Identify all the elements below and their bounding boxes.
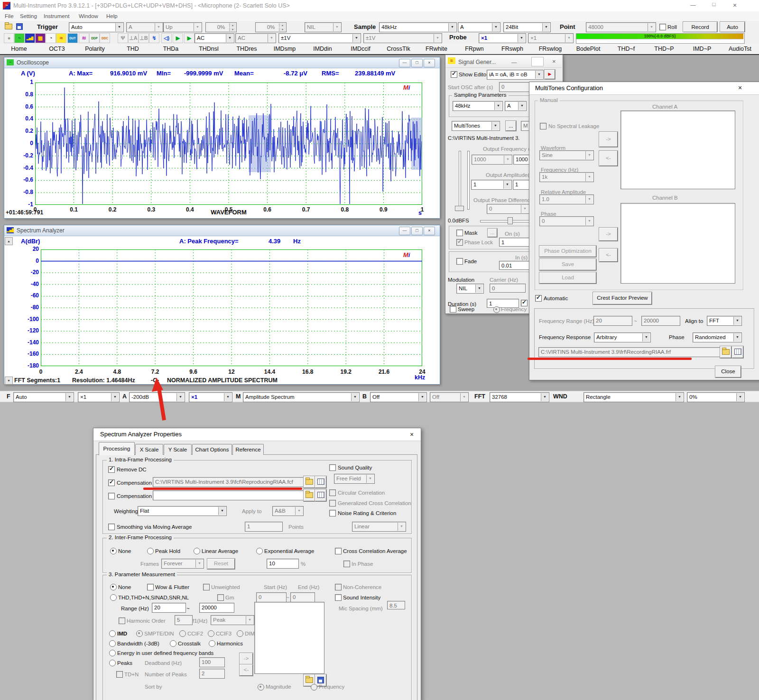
mask-checkbox[interactable] [456, 230, 463, 236]
smoothing-points-field[interactable]: 1 [245, 522, 283, 532]
bit-depth-select[interactable]: 24Bit [503, 22, 551, 32]
range-b-select[interactable]: ±1V [363, 33, 442, 43]
tab-reference[interactable]: Reference [232, 444, 264, 455]
multitones-titlebar[interactable]: MultiTones Configuration [529, 82, 759, 95]
spectrum-analyzer-icon[interactable]: ▂▅█ [25, 33, 35, 43]
waveform-select[interactable]: Sine [539, 150, 594, 160]
menu-help[interactable]: Help [106, 13, 118, 19]
tab-crosstlk[interactable]: CrossTlk [380, 44, 417, 54]
scroll-up-icon[interactable]: ▲ [5, 237, 13, 245]
dut-icon[interactable]: DUT [67, 33, 78, 43]
tab-thdres[interactable]: THDres [228, 44, 266, 54]
apply-to-select[interactable]: A&B [272, 506, 304, 516]
minimize-icon[interactable]: — [511, 59, 517, 65]
a-mult-select[interactable]: ×1 [189, 392, 232, 402]
trigger-mode-select[interactable]: Auto [69, 22, 124, 32]
probe-a-select[interactable]: ×1 [479, 33, 526, 43]
cross-corr-average-checkbox[interactable] [335, 548, 342, 554]
peak-hold-radio[interactable] [147, 548, 154, 554]
siggen-play-button[interactable]: ▶ [545, 70, 555, 79]
harmonic-order-field[interactable]: 5 [175, 615, 193, 625]
in-phase-checkbox[interactable] [343, 561, 350, 567]
close-button[interactable]: Close [715, 366, 741, 378]
level-slider-a[interactable] [459, 151, 461, 210]
fft-size-select[interactable]: 32768 [490, 392, 549, 402]
trigger-edge-select[interactable]: Up [163, 22, 202, 32]
no-leakage-checkbox[interactable] [540, 123, 546, 129]
tab-thdnsl[interactable]: THDnsl [190, 44, 228, 54]
roll-checkbox[interactable] [659, 24, 666, 30]
microphone-icon[interactable]: Ψ [118, 33, 128, 43]
open-frf-button[interactable] [720, 346, 731, 358]
derived-data-icon[interactable]: ≋ [79, 33, 89, 43]
sort-magnitude-radio[interactable] [258, 684, 264, 691]
tab-chart-options[interactable]: Chart Options [192, 444, 232, 455]
compensation1-checkbox[interactable] [108, 479, 115, 486]
non-coherence-checkbox[interactable] [335, 584, 342, 590]
menu-window[interactable]: Window [79, 13, 98, 19]
align-to-select[interactable]: FFT [707, 316, 742, 326]
ccif3-radio[interactable] [208, 630, 214, 637]
close-icon[interactable]: × [424, 59, 435, 67]
peaks-radio[interactable] [109, 660, 116, 666]
signal-generator-icon[interactable]: ≈ [56, 33, 66, 43]
channel-a-listbox[interactable] [620, 111, 735, 189]
mt-frequency-select[interactable]: 1k [539, 172, 594, 182]
minimize-icon[interactable]: — [399, 59, 410, 67]
window-type-select[interactable]: Rectangle [583, 392, 684, 402]
signal-analyzer-icon[interactable]: ◔ [46, 33, 56, 43]
edit-fcf2-button[interactable] [315, 489, 326, 501]
sweep-frequency-radio[interactable] [493, 306, 500, 313]
freq-range-high-field[interactable]: 20000 [641, 316, 680, 326]
sound-intensity-checkbox[interactable] [335, 594, 342, 601]
gm-checkbox[interactable] [217, 594, 224, 601]
aux-mode-select[interactable]: Off [430, 392, 469, 402]
trigger-reject-select[interactable]: NIL [305, 22, 342, 32]
siggen-rate-select[interactable]: 48kHz [453, 101, 503, 111]
coupling-b-select[interactable]: AC [235, 33, 276, 43]
oscilloscope-titlebar[interactable]: ~ Oscilloscope — □ × [4, 57, 440, 68]
maximize-icon[interactable] [531, 57, 544, 66]
open-icon[interactable] [5, 23, 12, 29]
bandwidth-radio[interactable] [109, 640, 116, 647]
save-icon[interactable] [16, 23, 23, 30]
num-peaks-field[interactable]: 2 [199, 669, 225, 679]
phase-optimization-button[interactable]: Phase Optimization [539, 246, 596, 257]
exp-average-field[interactable]: 10 [267, 559, 299, 569]
compensation1-path-field[interactable]: C:\VIRTINS Multi-Instrument 3.9\fcf\Repr… [153, 477, 305, 487]
dim-radio[interactable] [237, 630, 243, 637]
probe-calibration-icon[interactable]: ↯ [149, 33, 159, 43]
dbfs-slider-handle[interactable] [508, 217, 513, 224]
close-icon[interactable]: × [552, 58, 556, 65]
tab-y-scale[interactable]: Y Scale [164, 444, 192, 455]
trigger-level-spinner[interactable]: 0% [205, 22, 237, 32]
sample-channel-select[interactable]: A [458, 22, 500, 32]
compensation2-path-field[interactable] [153, 490, 305, 500]
open-fcf2-button[interactable] [304, 489, 315, 501]
ddc-icon[interactable]: DDC [100, 33, 110, 43]
tab-oct3[interactable]: OCT3 [38, 44, 76, 54]
play-icon[interactable]: ▶ [173, 33, 183, 43]
ddp-viewer-icon[interactable]: DDP [89, 33, 100, 43]
auto-button[interactable]: Auto [720, 22, 745, 32]
maximize-icon[interactable]: □ [707, 1, 721, 7]
wave-type-select[interactable]: MultiTones [452, 121, 500, 131]
show-editor-checkbox[interactable] [451, 71, 457, 78]
crosstalk-radio[interactable] [170, 640, 176, 647]
record-button[interactable]: Record [683, 22, 717, 32]
open-fcf-button[interactable] [304, 476, 315, 488]
wave-config-button[interactable]: ... [506, 121, 516, 131]
crest-factor-preview-button[interactable]: Crest Factor Preview [593, 292, 652, 304]
tab-thda[interactable]: THDa [152, 44, 190, 54]
trigger-delay-spinner[interactable]: 0% [255, 22, 287, 32]
tab-imd~p[interactable]: IMD~P [683, 44, 721, 54]
tab-imdsmp[interactable]: IMDsmp [266, 44, 304, 54]
ccif2-radio[interactable] [179, 630, 186, 637]
mt-phase2-select[interactable]: Randomized [693, 332, 742, 342]
pm-none-radio[interactable] [110, 584, 117, 590]
harmonics-radio[interactable] [209, 640, 215, 647]
coupling-a-select[interactable]: AC [194, 33, 234, 43]
tdn-checkbox[interactable] [116, 671, 123, 678]
restore-icon[interactable]: □ [411, 227, 423, 235]
tab-audiotst[interactable]: AudioTst [721, 44, 759, 54]
